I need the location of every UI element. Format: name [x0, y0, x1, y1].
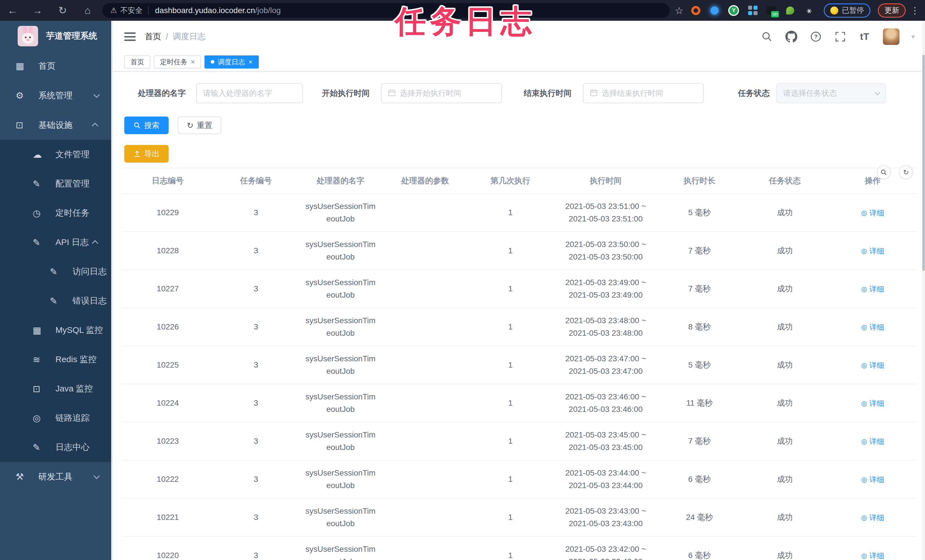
- cell-duration: 7 毫秒: [658, 435, 741, 447]
- tags-view-bar: 首页 定时任务 × 调度日志 ×: [113, 53, 925, 72]
- close-icon[interactable]: ×: [191, 58, 195, 66]
- sidebar-item-system[interactable]: ⚙ 系统管理: [0, 81, 113, 110]
- search-button-label: 搜索: [144, 120, 160, 131]
- tag-home[interactable]: 首页: [124, 56, 151, 69]
- detail-link[interactable]: ◎ 详细: [861, 321, 884, 333]
- browser-back-icon[interactable]: ←: [0, 5, 25, 17]
- reset-button[interactable]: ↻ 重置: [178, 117, 221, 134]
- cell-status: 成功: [741, 473, 829, 486]
- sidebar-item-trace[interactable]: ◎ 链路追踪: [0, 403, 113, 433]
- tag-job-log-active[interactable]: 调度日志 ×: [205, 56, 259, 69]
- handler-name-input[interactable]: [203, 89, 296, 98]
- detail-link[interactable]: ◎ 详细: [861, 207, 884, 219]
- sidebar-submenu-infrastructure: ☁ 文件管理 ✎ 配置管理 ◷ 定时任务 ✎ API 日志 ✎ 访问日志 ✎: [0, 140, 113, 462]
- browser-reload-icon[interactable]: ↻: [50, 5, 75, 17]
- exec-time-line2: 2021-05-03 23:42:00: [553, 555, 658, 560]
- extension-blue-icon[interactable]: [710, 5, 720, 16]
- cell-job-id: 3: [213, 435, 298, 447]
- cell-handler-name: sysUserSessionTim eoutJob: [298, 200, 383, 225]
- sidebar-item-redis-monitor[interactable]: ≋ Redis 监控: [0, 345, 113, 374]
- cell-actions: ◎ 详细: [829, 359, 916, 372]
- address-bar[interactable]: ⚠ 不安全 dashboard.yudao.iocoder.cn /job/lo…: [102, 3, 670, 18]
- detail-link-label: 详细: [869, 207, 884, 219]
- cell-exec-index: 1: [468, 244, 553, 257]
- handler-name-line1: sysUserSessionTim: [298, 505, 383, 517]
- cell-exec-time: 2021-05-03 23:44:00 ~ 2021-05-03 23:44:0…: [553, 467, 658, 492]
- sidebar-item-log-center[interactable]: ✎ 日志中心: [0, 433, 113, 462]
- hamburger-icon[interactable]: [124, 32, 136, 41]
- search-button[interactable]: 搜索: [124, 117, 169, 134]
- detail-link[interactable]: ◎ 详细: [861, 397, 884, 409]
- extension-grid-icon[interactable]: [747, 5, 758, 16]
- exec-time-line1: 2021-05-03 23:51:00 ~: [553, 200, 658, 213]
- browser-home-icon[interactable]: ⌂: [75, 5, 100, 17]
- extension-green-y-icon[interactable]: Y: [728, 5, 739, 16]
- handler-name-line1: sysUserSessionTim: [298, 276, 383, 289]
- eye-icon: ◎: [861, 207, 867, 219]
- sidebar-item-access-logs[interactable]: ✎ 访问日志: [0, 257, 113, 286]
- detail-link[interactable]: ◎ 详细: [861, 511, 884, 524]
- sidebar-item-error-logs[interactable]: ✎ 错误日志: [0, 286, 113, 316]
- detail-link[interactable]: ◎ 详细: [861, 473, 884, 486]
- sidebar-item-config-management[interactable]: ✎ 配置管理: [0, 169, 113, 199]
- avatar-caret-icon[interactable]: ▾: [911, 33, 915, 41]
- close-icon[interactable]: ×: [249, 58, 253, 66]
- sidebar-item-mysql-monitor[interactable]: ▦ MySQL 监控: [0, 316, 113, 345]
- exec-time-line1: 2021-05-03 23:50:00 ~: [553, 238, 658, 251]
- start-time-input[interactable]: [400, 89, 495, 98]
- detail-link[interactable]: ◎ 详细: [861, 435, 884, 448]
- breadcrumb-home[interactable]: 首页: [145, 31, 161, 42]
- cell-exec-index: 1: [468, 206, 553, 219]
- sidebar-item-label: 定时任务: [56, 207, 113, 219]
- job-status-select[interactable]: 请选择任务状态: [776, 83, 886, 103]
- sidebar-item-java-monitor[interactable]: ⊡ Java 监控: [0, 374, 113, 403]
- end-time-input[interactable]: [602, 89, 697, 98]
- font-size-icon[interactable]: tT: [859, 30, 871, 43]
- browser-forward-icon[interactable]: →: [25, 5, 50, 17]
- cell-handler-name: sysUserSessionTim eoutJob: [298, 543, 383, 560]
- sidebar-item-api-logs[interactable]: ✎ API 日志: [0, 228, 113, 257]
- eye-icon: ◎: [861, 321, 867, 333]
- cell-exec-index: 1: [468, 473, 553, 486]
- scrollbar-thumb[interactable]: [922, 55, 925, 271]
- browser-menu-kebab-icon[interactable]: ⋮: [910, 5, 919, 16]
- active-dot: [211, 60, 214, 64]
- extension-leaf-icon[interactable]: [785, 5, 795, 16]
- help-icon[interactable]: ?: [809, 30, 822, 43]
- sidebar-item-label: 研发工具: [38, 471, 93, 483]
- tag-scheduled-tasks[interactable]: 定时任务 ×: [154, 56, 201, 69]
- paused-badge[interactable]: 已暂停: [824, 3, 871, 18]
- log-edit-icon: ✎: [50, 266, 62, 277]
- detail-link[interactable]: ◎ 详细: [861, 283, 884, 295]
- search-icon[interactable]: [761, 30, 773, 43]
- detail-link[interactable]: ◎ 详细: [861, 359, 884, 372]
- detail-link[interactable]: ◎ 详细: [861, 245, 884, 257]
- handler-name-input-wrap: [196, 83, 303, 103]
- log-edit-icon: ✎: [33, 237, 45, 248]
- refresh-icon: ↻: [187, 121, 193, 130]
- fullscreen-icon[interactable]: [834, 30, 847, 43]
- user-avatar[interactable]: [883, 29, 899, 45]
- handler-name-line2: eoutJob: [298, 479, 383, 492]
- extension-on-badge-icon[interactable]: on: [766, 5, 777, 16]
- page-scrollbar[interactable]: [922, 21, 925, 560]
- github-icon[interactable]: [785, 30, 798, 43]
- detail-link[interactable]: ◎ 详细: [861, 549, 884, 560]
- update-button[interactable]: 更新: [878, 3, 905, 18]
- app-logo-row[interactable]: 芋道管理系统: [0, 21, 113, 51]
- extensions-puzzle-icon[interactable]: ⚹: [804, 5, 814, 16]
- url-path: /job/log: [255, 6, 281, 15]
- sidebar-item-scheduled-tasks[interactable]: ◷ 定时任务: [0, 199, 113, 228]
- sidebar-item-file-management[interactable]: ☁ 文件管理: [0, 140, 113, 169]
- column-header: 执行时间: [553, 175, 658, 186]
- extension-orange-icon[interactable]: [691, 5, 701, 16]
- sidebar-item-home[interactable]: ▦ 首页: [0, 51, 113, 81]
- export-button[interactable]: 导出: [124, 145, 169, 163]
- sidebar-item-infrastructure[interactable]: ⊡ 基础设施: [0, 110, 113, 140]
- cell-actions: ◎ 详细: [829, 511, 916, 524]
- bookmark-star-icon[interactable]: ☆: [675, 5, 683, 16]
- cloud-upload-icon: ☁: [33, 149, 45, 160]
- sidebar-item-dev-tools[interactable]: ⚒ 研发工具: [0, 462, 113, 491]
- tag-label: 首页: [131, 57, 144, 66]
- detail-link-label: 详细: [869, 245, 884, 257]
